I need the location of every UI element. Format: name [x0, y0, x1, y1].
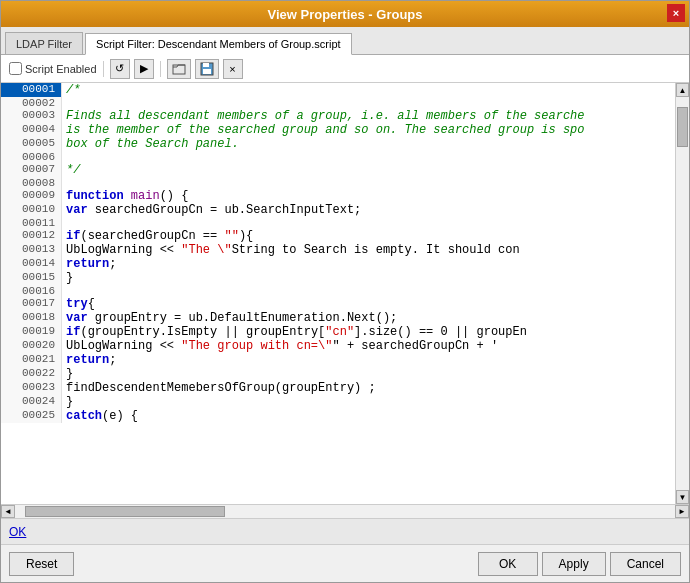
line-number: 00009: [1, 189, 62, 203]
line-code: UbLogWarning << "The group with cn=\"" +…: [62, 339, 675, 353]
line-number: 00016: [1, 285, 62, 297]
line-code: try{: [62, 297, 675, 311]
table-row: 00011: [1, 217, 675, 229]
table-row: 00014 return;: [1, 257, 675, 271]
table-row: 00023 findDescendentMemebersOfGroup(grou…: [1, 381, 675, 395]
refresh-button[interactable]: ↺: [110, 59, 130, 79]
line-number: 00019: [1, 325, 62, 339]
svg-rect-2: [203, 63, 209, 67]
table-row: 00001/*: [1, 83, 675, 97]
content-area: 00001/*0000200003 Finds all descendant m…: [1, 83, 689, 518]
vertical-scrollbar[interactable]: ▲ ▼: [675, 83, 689, 504]
scroll-down-arrow[interactable]: ▼: [676, 490, 689, 504]
scroll-up-arrow[interactable]: ▲: [676, 83, 689, 97]
tab-script[interactable]: Script Filter: Descendant Members of Gro…: [85, 33, 352, 55]
line-number: 00025: [1, 409, 62, 423]
table-row: 00024 }: [1, 395, 675, 409]
line-code: [62, 151, 675, 163]
ok-area: OK: [1, 518, 689, 544]
code-editor[interactable]: 00001/*0000200003 Finds all descendant m…: [1, 83, 675, 504]
open-button[interactable]: [167, 59, 191, 79]
code-table: 00001/*0000200003 Finds all descendant m…: [1, 83, 675, 423]
line-number: 00020: [1, 339, 62, 353]
line-code: /*: [62, 83, 675, 97]
scroll-track-y[interactable]: [676, 97, 689, 490]
line-code: return;: [62, 353, 675, 367]
toolbar-close-button[interactable]: ×: [223, 59, 243, 79]
line-code: catch(e) {: [62, 409, 675, 423]
save-icon: [200, 62, 214, 76]
ok-link[interactable]: OK: [9, 525, 26, 539]
line-number: 00013: [1, 243, 62, 257]
line-code: findDescendentMemebersOfGroup(groupEntry…: [62, 381, 675, 395]
toolbar: Script Enabled ↺ ▶ ×: [1, 55, 689, 83]
run-button[interactable]: ▶: [134, 59, 154, 79]
line-code: var searchedGroupCn = ub.SearchInputText…: [62, 203, 675, 217]
cancel-button[interactable]: Cancel: [610, 552, 681, 576]
horizontal-scrollbar[interactable]: [15, 505, 675, 518]
line-code: box of the Search panel.: [62, 137, 675, 151]
table-row: 00016: [1, 285, 675, 297]
table-row: 00002: [1, 97, 675, 109]
line-number: 00014: [1, 257, 62, 271]
table-row: 00019 if(groupEntry.IsEmpty || groupEntr…: [1, 325, 675, 339]
line-code: }: [62, 271, 675, 285]
line-number: 00017: [1, 297, 62, 311]
footer-ok-button[interactable]: OK: [478, 552, 538, 576]
open-icon: [172, 62, 186, 76]
footer: Reset OK Apply Cancel: [1, 544, 689, 582]
table-row: 00013 UbLogWarning << "The \"String to S…: [1, 243, 675, 257]
table-row: 00021 return;: [1, 353, 675, 367]
line-number: 00018: [1, 311, 62, 325]
scroll-thumb-y[interactable]: [677, 107, 688, 147]
scroll-right-arrow[interactable]: ►: [675, 505, 689, 518]
line-number: 00024: [1, 395, 62, 409]
table-row: 00003 Finds all descendant members of a …: [1, 109, 675, 123]
table-row: 00004 is the member of the searched grou…: [1, 123, 675, 137]
line-code: if(groupEntry.IsEmpty || groupEntry["cn"…: [62, 325, 675, 339]
scroll-thumb-x[interactable]: [25, 506, 225, 517]
line-number: 00008: [1, 177, 62, 189]
table-row: 00008: [1, 177, 675, 189]
tabs-row: LDAP Filter Script Filter: Descendant Me…: [1, 27, 689, 55]
close-button[interactable]: ×: [667, 4, 685, 22]
table-row: 00020 UbLogWarning << "The group with cn…: [1, 339, 675, 353]
svg-rect-3: [203, 69, 211, 74]
script-enabled-checkbox-group: Script Enabled: [9, 62, 97, 75]
scroll-left-arrow[interactable]: ◄: [1, 505, 15, 518]
line-number: 00006: [1, 151, 62, 163]
line-code: is the member of the searched group and …: [62, 123, 675, 137]
table-row: 00017 try{: [1, 297, 675, 311]
line-code: function main() {: [62, 189, 675, 203]
toolbar-separator-1: [103, 61, 104, 77]
line-code: [62, 177, 675, 189]
table-row: 00007*/: [1, 163, 675, 177]
code-container: 00001/*0000200003 Finds all descendant m…: [1, 83, 689, 504]
line-number: 00010: [1, 203, 62, 217]
reset-button[interactable]: Reset: [9, 552, 74, 576]
window-title: View Properties - Groups: [9, 7, 681, 22]
line-code: Finds all descendant members of a group,…: [62, 109, 675, 123]
line-number: 00012: [1, 229, 62, 243]
line-code: }: [62, 367, 675, 381]
line-code: if(searchedGroupCn == ""){: [62, 229, 675, 243]
line-code: [62, 97, 675, 109]
script-enabled-checkbox[interactable]: [9, 62, 22, 75]
save-button[interactable]: [195, 59, 219, 79]
footer-left: Reset: [9, 552, 74, 576]
apply-button[interactable]: Apply: [542, 552, 606, 576]
line-code: UbLogWarning << "The \"String to Search …: [62, 243, 675, 257]
line-number: 00001: [1, 83, 62, 97]
line-code: [62, 217, 675, 229]
table-row: 00012 if(searchedGroupCn == ""){: [1, 229, 675, 243]
table-row: 00025 catch(e) {: [1, 409, 675, 423]
line-code: [62, 285, 675, 297]
svg-rect-0: [173, 65, 185, 74]
line-code: var groupEntry = ub.DefaultEnumeration.N…: [62, 311, 675, 325]
line-code: */: [62, 163, 675, 177]
main-window: View Properties - Groups × LDAP Filter S…: [0, 0, 690, 583]
table-row: 00009function main() {: [1, 189, 675, 203]
line-number: 00005: [1, 137, 62, 151]
line-number: 00002: [1, 97, 62, 109]
tab-ldap[interactable]: LDAP Filter: [5, 32, 83, 54]
